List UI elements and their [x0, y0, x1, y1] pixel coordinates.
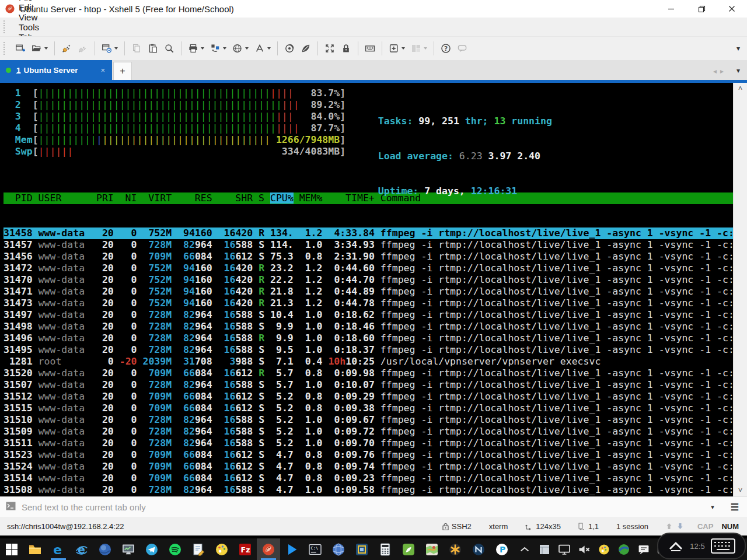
- send-text-input[interactable]: Send text to the current tab only: [22, 502, 711, 512]
- process-row[interactable]: 31509 www-data 20 0 728M 82964 16588 S 5…: [4, 426, 734, 438]
- process-row[interactable]: 31470 www-data 20 0 752M 94160 16420 R 2…: [4, 274, 734, 286]
- taskbar-internet-explorer-icon[interactable]: e: [70, 538, 93, 560]
- print-button[interactable]: [186, 40, 207, 57]
- taskbar-browser-orb-icon[interactable]: [93, 538, 117, 560]
- open-in-browser-button[interactable]: [230, 40, 251, 57]
- new-tab-button[interactable]: +: [113, 62, 132, 80]
- taskbar-game-wheel-icon[interactable]: [444, 538, 467, 560]
- color-scheme-button[interactable]: [208, 40, 229, 57]
- dropdown-chevron-icon[interactable]: [44, 47, 48, 50]
- menu-tools[interactable]: Tools: [12, 22, 56, 32]
- process-row[interactable]: 31458 www-data 20 0 752M 94160 16420 R 1…: [4, 228, 734, 239]
- help-button[interactable]: ?: [438, 40, 453, 57]
- dropdown-chevron-icon[interactable]: [114, 47, 118, 50]
- taskbar-download-manager-icon[interactable]: [614, 538, 634, 560]
- process-row[interactable]: 31524 www-data 20 0 709M 66084 16612 S 4…: [4, 461, 734, 473]
- taskbar-tray-color-app-icon[interactable]: [594, 538, 614, 560]
- lock-screen-button[interactable]: [338, 40, 354, 57]
- open-session-button[interactable]: [29, 40, 50, 57]
- process-row[interactable]: 31495 www-data 20 0 728M 82964 16588 S 9…: [4, 344, 734, 356]
- taskbar-pcloud-icon[interactable]: P: [490, 538, 514, 560]
- taskbar-volume-muted-icon[interactable]: [574, 538, 594, 560]
- find-button[interactable]: [162, 40, 177, 57]
- taskbar-hidden-icons-icon[interactable]: [515, 538, 535, 560]
- terminal-scrollbar[interactable]: ˄ ˅: [733, 83, 747, 496]
- process-row[interactable]: 31497 www-data 20 0 728M 82964 16588 S 1…: [4, 309, 734, 321]
- font-button[interactable]: [252, 40, 273, 57]
- process-row[interactable]: 31473 www-data 20 0 752M 94160 16420 R 2…: [4, 298, 734, 309]
- minimize-button[interactable]: [656, 0, 686, 18]
- zmodem-download-button[interactable]: [298, 40, 313, 57]
- process-row[interactable]: 31520 www-data 20 0 709M 66084 16612 R 5…: [4, 368, 734, 379]
- dropdown-chevron-icon[interactable]: [245, 47, 249, 50]
- taskbar-calculator-icon[interactable]: [374, 538, 397, 560]
- connect-button[interactable]: [59, 40, 74, 57]
- scroll-up-icon[interactable]: ˄: [738, 83, 743, 94]
- taskbar-media-player-icon[interactable]: [280, 538, 303, 560]
- close-button[interactable]: [717, 0, 747, 18]
- terminal-screen[interactable]: 1 [|||||||||||||||||||||||||||||||||||||…: [0, 83, 747, 496]
- taskbar-telegram-icon[interactable]: [140, 538, 163, 560]
- taskbar-spotify-icon[interactable]: [163, 538, 187, 560]
- tab-overflow-chevron[interactable]: ▾: [736, 66, 740, 75]
- taskbar-file-explorer-icon[interactable]: [23, 538, 47, 560]
- taskbar-xshell-icon[interactable]: [257, 538, 280, 560]
- dropdown-chevron-icon[interactable]: [402, 47, 405, 50]
- paste-button[interactable]: [145, 40, 160, 57]
- taskbar-command-prompt-icon[interactable]: C:\: [303, 538, 327, 560]
- taskbar-tray-display-icon[interactable]: [554, 538, 574, 560]
- zmodem-upload-button[interactable]: [282, 40, 297, 57]
- session-properties-button[interactable]: [99, 40, 120, 57]
- new-terminal-button[interactable]: [386, 40, 407, 57]
- taskbar-nox-browser-icon[interactable]: [467, 538, 490, 560]
- process-row[interactable]: 31512 www-data 20 0 709M 66084 16612 S 5…: [4, 391, 734, 402]
- taskbar-filezilla-icon[interactable]: Fz: [233, 538, 257, 560]
- process-row[interactable]: 31507 www-data 20 0 728M 82964 16588 S 5…: [4, 379, 734, 391]
- taskbar-maps-icon[interactable]: [420, 538, 444, 560]
- process-row[interactable]: 31496 www-data 20 0 728M 82964 16588 R 9…: [4, 332, 734, 344]
- process-row[interactable]: 31508 www-data 20 0 728M 82964 16588 S 4…: [4, 484, 734, 496]
- toolbar-drag-handle[interactable]: [4, 20, 8, 33]
- dropdown-chevron-icon[interactable]: [223, 47, 226, 50]
- process-row[interactable]: 31511 www-data 20 0 728M 82964 16588 S 5…: [4, 438, 734, 449]
- taskbar-paint-palette-icon[interactable]: [210, 538, 233, 560]
- menu-view[interactable]: View: [12, 12, 56, 22]
- process-row[interactable]: 31514 www-data 20 0 709M 66084 16612 S 4…: [4, 473, 734, 484]
- toolbar-drag-handle-2[interactable]: [4, 42, 8, 55]
- virtual-keyboard-button[interactable]: [362, 40, 378, 57]
- process-row[interactable]: 31498 www-data 20 0 728M 82964 16588 S 9…: [4, 321, 734, 332]
- process-row[interactable]: 31521 www-data 20 0 709M 66084 16612 S 4…: [4, 496, 734, 496]
- process-row[interactable]: 31523 www-data 20 0 709M 66084 16612 S 4…: [4, 449, 734, 461]
- dropdown-chevron-icon[interactable]: [267, 47, 271, 50]
- taskbar-start-icon[interactable]: [0, 538, 23, 560]
- chevron-up-icon[interactable]: [667, 540, 685, 552]
- dropdown-chevron-icon[interactable]: [201, 47, 204, 50]
- scroll-down-icon[interactable]: ˅: [738, 485, 743, 496]
- taskbar-vmware-icon[interactable]: [350, 538, 374, 560]
- process-table-header[interactable]: PID USER PRI NI VIRT RES SHR S CPU% MEM%…: [4, 192, 734, 204]
- process-row[interactable]: 31510 www-data 20 0 728M 82964 16588 S 5…: [4, 414, 734, 426]
- process-row[interactable]: 31471 www-data 20 0 752M 94160 16420 R 2…: [4, 286, 734, 298]
- dropdown-chevron-icon[interactable]: [424, 47, 427, 50]
- taskbar-tray-app-window-icon[interactable]: [535, 538, 554, 560]
- taskbar-edge-icon[interactable]: e: [47, 538, 70, 560]
- send-text-bar[interactable]: Send text to the current tab only ▾ ☰: [0, 496, 747, 517]
- new-session-button[interactable]: [13, 40, 28, 57]
- full-screen-button[interactable]: [322, 40, 337, 57]
- toolbar-overflow-chevron[interactable]: ▾: [736, 44, 740, 52]
- process-row[interactable]: 31456 www-data 20 0 709M 66084 16612 S 7…: [4, 251, 734, 262]
- taskbar-tray-notes-icon[interactable]: [634, 538, 654, 560]
- taskbar-remote-desktop-icon[interactable]: [397, 538, 420, 560]
- process-row[interactable]: 31457 www-data 20 0 728M 82964 16588 S 1…: [4, 239, 734, 251]
- taskbar-network-globe-icon[interactable]: [327, 538, 350, 560]
- process-row[interactable]: 1281 root 0 -20 2039M 31708 3988 S 7.1 0…: [4, 356, 734, 368]
- touch-keyboard-icon[interactable]: [710, 537, 736, 555]
- send-options-icon[interactable]: ☰: [731, 502, 739, 513]
- process-row[interactable]: 31472 www-data 20 0 752M 94160 16420 R 2…: [4, 262, 734, 274]
- restore-button[interactable]: [686, 0, 717, 18]
- tab-close-icon[interactable]: ×: [100, 66, 105, 75]
- tab-scroll-arrows[interactable]: ◂▸: [713, 67, 727, 75]
- menu-edit[interactable]: Edit: [12, 2, 56, 12]
- send-mode-chevron[interactable]: ▾: [711, 503, 714, 511]
- taskbar-system-monitor-icon[interactable]: [117, 538, 140, 560]
